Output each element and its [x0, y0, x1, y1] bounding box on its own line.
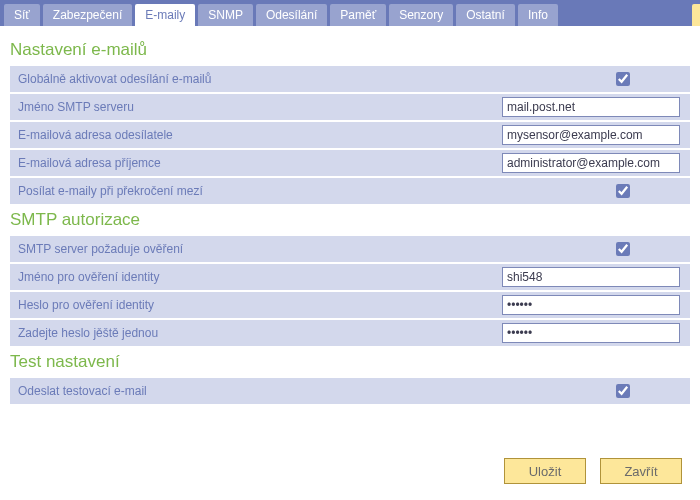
label-email-enable: Globálně aktivovat odesílání e-mailů	[18, 72, 612, 86]
close-button[interactable]: Zavřít	[600, 458, 682, 484]
checkbox-threshold[interactable]	[616, 184, 630, 198]
tab-security[interactable]: Zabezpečení	[43, 4, 132, 26]
input-auth-password[interactable]	[502, 295, 680, 315]
label-test-send: Odeslat testovací e-mail	[18, 384, 612, 398]
tab-network[interactable]: Síť	[4, 4, 40, 26]
input-smtp-server[interactable]	[502, 97, 680, 117]
label-auth-username: Jméno pro ověření identity	[18, 270, 502, 284]
label-auth-password: Heslo pro ověření identity	[18, 298, 502, 312]
footer: Uložit Zavřít	[0, 452, 700, 500]
row-auth-password-confirm: Zadejte heslo jěště jednou	[10, 320, 690, 346]
input-recipient[interactable]	[502, 153, 680, 173]
row-email-enable: Globálně aktivovat odesílání e-mailů	[10, 66, 690, 92]
checkbox-test-send[interactable]	[616, 384, 630, 398]
label-threshold: Posílat e-maily při překročení mezí	[18, 184, 612, 198]
settings-window: Síť Zabezpečení E-maily SNMP Odesílání P…	[0, 0, 700, 500]
label-recipient: E-mailová adresa příjemce	[18, 156, 502, 170]
row-test-send: Odeslat testovací e-mail	[10, 378, 690, 404]
tab-sending[interactable]: Odesílání	[256, 4, 327, 26]
row-recipient: E-mailová adresa příjemce	[10, 150, 690, 176]
tab-other[interactable]: Ostatní	[456, 4, 515, 26]
section-title-email: Nastavení e-mailů	[10, 36, 690, 66]
section-title-test: Test nastavení	[10, 348, 690, 378]
section-title-auth: SMTP autorizace	[10, 206, 690, 236]
row-auth-required: SMTP server požaduje ověření	[10, 236, 690, 262]
tab-bar: Síť Zabezpečení E-maily SNMP Odesílání P…	[0, 0, 700, 26]
input-sender[interactable]	[502, 125, 680, 145]
row-threshold: Posílat e-maily při překročení mezí	[10, 178, 690, 204]
label-smtp-server: Jméno SMTP serveru	[18, 100, 502, 114]
row-auth-username: Jméno pro ověření identity	[10, 264, 690, 290]
input-auth-username[interactable]	[502, 267, 680, 287]
tab-emails[interactable]: E-maily	[135, 4, 195, 26]
tab-corner-accent	[692, 4, 700, 26]
row-auth-password: Heslo pro ověření identity	[10, 292, 690, 318]
row-sender: E-mailová adresa odesílatele	[10, 122, 690, 148]
tab-memory[interactable]: Paměť	[330, 4, 386, 26]
label-auth-required: SMTP server požaduje ověření	[18, 242, 612, 256]
row-smtp-server: Jméno SMTP serveru	[10, 94, 690, 120]
tab-info[interactable]: Info	[518, 4, 558, 26]
label-sender: E-mailová adresa odesílatele	[18, 128, 502, 142]
input-auth-password-confirm[interactable]	[502, 323, 680, 343]
label-auth-password-confirm: Zadejte heslo jěště jednou	[18, 326, 502, 340]
checkbox-email-enable[interactable]	[616, 72, 630, 86]
tab-sensors[interactable]: Senzory	[389, 4, 453, 26]
checkbox-auth-required[interactable]	[616, 242, 630, 256]
save-button[interactable]: Uložit	[504, 458, 586, 484]
tab-snmp[interactable]: SNMP	[198, 4, 253, 26]
tab-panel-emails: Nastavení e-mailů Globálně aktivovat ode…	[0, 26, 700, 452]
